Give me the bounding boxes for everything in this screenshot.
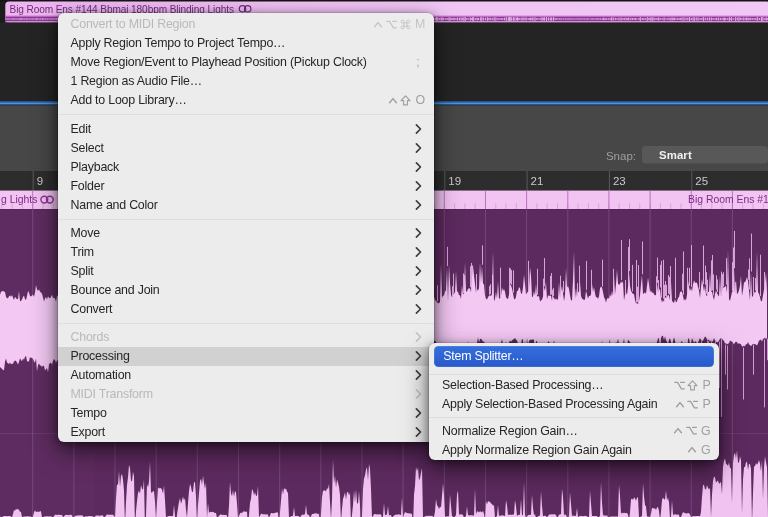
svg-text:23: 23 xyxy=(613,175,626,187)
svg-text:21: 21 xyxy=(531,175,544,187)
svg-text:Big Room Ens #144 Bbmaj: Big Room Ens #144 Bbmaj xyxy=(688,194,768,205)
svg-text:9: 9 xyxy=(37,175,43,187)
svg-text:Snap:: Snap: xyxy=(606,150,636,162)
svg-text:Smart: Smart xyxy=(659,149,692,161)
svg-text:g Lights: g Lights xyxy=(1,194,37,205)
svg-text:25: 25 xyxy=(695,175,708,187)
svg-text:19: 19 xyxy=(448,175,461,187)
